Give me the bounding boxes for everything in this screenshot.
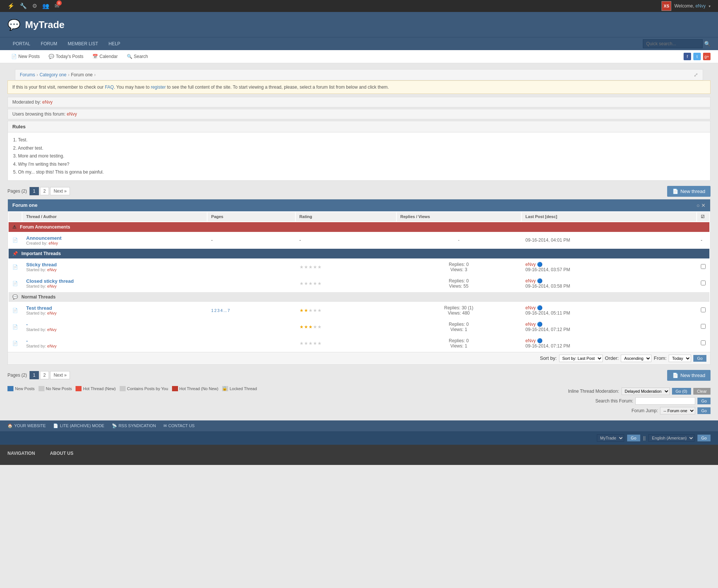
- dash2-checkbox[interactable]: [701, 340, 706, 345]
- sticky-check[interactable]: [697, 259, 709, 275]
- test-page-7[interactable]: 7: [228, 308, 230, 313]
- legend-hot-new: Hot Thread (New): [76, 386, 116, 391]
- dash1-checkbox[interactable]: [701, 324, 706, 329]
- dash1-thread-row: 📄 - Started by: eNvy ★★★★★ Replies: 0 Vi…: [9, 319, 709, 335]
- search-forum-go-btn[interactable]: Go: [697, 398, 711, 404]
- test-page-4[interactable]: 4: [220, 308, 223, 313]
- search-btn[interactable]: 🔍 Search: [123, 52, 152, 61]
- test-page-2[interactable]: 2: [214, 308, 217, 313]
- test-checkbox[interactable]: [701, 307, 706, 312]
- page-1-bottom[interactable]: 1: [30, 371, 39, 379]
- sort-by-select[interactable]: Sort by: Last Post: [559, 355, 603, 362]
- from-select[interactable]: Today: [669, 355, 691, 362]
- dash1-author-link[interactable]: eNvy: [47, 327, 56, 332]
- new-thread-btn-top[interactable]: 📄 New thread: [667, 186, 711, 197]
- inline-mod-go-btn[interactable]: Go (0): [672, 388, 691, 395]
- lightning-icon[interactable]: ⚡: [7, 3, 15, 9]
- pagination-top: Pages (2) 1 2 Next » 📄 New thread: [7, 184, 711, 199]
- announcement-thread-title[interactable]: Announcement: [26, 235, 203, 241]
- user-dropdown-arrow[interactable]: ▾: [709, 4, 711, 8]
- sticky-last-user[interactable]: eNvy: [525, 262, 536, 267]
- dash2-author-link[interactable]: eNvy: [47, 344, 56, 348]
- settings-icon[interactable]: ✕: [701, 202, 706, 208]
- announcement-thread-row: 📄 Announcement Created by: eNvy - - - 09…: [9, 233, 709, 248]
- test-thread-title[interactable]: Test thread: [26, 305, 203, 311]
- footer-rss[interactable]: 📡 RSS SYNDICATION: [112, 423, 156, 428]
- page-2-bottom[interactable]: 2: [40, 371, 49, 379]
- site-title[interactable]: MyTrade: [25, 19, 65, 31]
- todays-posts-btn[interactable]: 💬 Today's Posts: [45, 52, 87, 61]
- dash2-check[interactable]: [697, 336, 709, 351]
- breadcrumb-category[interactable]: Category one: [40, 72, 67, 77]
- sticky-checkbox[interactable]: [701, 264, 706, 269]
- footer-contact[interactable]: ✉ CONTACT US: [163, 423, 195, 428]
- avatar[interactable]: XS: [662, 1, 671, 11]
- moderator-link[interactable]: eNvy: [42, 99, 52, 105]
- lang-select[interactable]: English (American): [648, 434, 694, 442]
- announcement-author-link[interactable]: eNvy: [49, 241, 58, 245]
- browsing-user-link[interactable]: eNvy: [67, 111, 77, 117]
- forum-jump-go-btn[interactable]: Go: [697, 407, 711, 414]
- closed-sticky-title[interactable]: Closed sticky thread: [26, 278, 203, 284]
- forum-jump-select[interactable]: -- Forum one: [660, 407, 695, 414]
- order-select[interactable]: Ascending: [621, 355, 651, 362]
- users-icon[interactable]: 👥: [42, 3, 49, 9]
- sort-go-btn[interactable]: Go: [693, 355, 706, 362]
- facebook-icon[interactable]: f: [684, 53, 691, 60]
- next-top[interactable]: Next »: [50, 187, 70, 195]
- closed-sticky-check[interactable]: [697, 276, 709, 291]
- register-link[interactable]: register: [151, 85, 166, 90]
- footer-your-website[interactable]: 🏠 YOUR WEBSITE: [7, 423, 46, 428]
- lang-go-btn[interactable]: Go: [697, 435, 711, 441]
- inline-mod-select[interactable]: Delayed Moderation: [622, 388, 670, 395]
- contains-legend-icon: [120, 386, 126, 391]
- dash1-last-user[interactable]: eNvy: [525, 322, 536, 327]
- closed-sticky-thread-row: 📄 Closed sticky thread Started by: eNvy …: [9, 276, 709, 291]
- collapse-icon[interactable]: ○: [697, 202, 700, 208]
- faq-link[interactable]: FAQ: [105, 85, 114, 90]
- sticky-thread-title[interactable]: Sticky thread: [26, 262, 203, 267]
- closed-sticky-last-user[interactable]: eNvy: [525, 278, 536, 284]
- dash2-thread-title[interactable]: -: [26, 338, 203, 344]
- test-page-1[interactable]: 1: [211, 308, 214, 313]
- test-page-3[interactable]: 3: [217, 308, 220, 313]
- mail-icon[interactable]: ✉ 0: [55, 3, 59, 9]
- dash1-check[interactable]: [697, 319, 709, 335]
- closed-sticky-checkbox[interactable]: [701, 281, 706, 285]
- rules-body: 1. Test. 2. Another test. 3. More and mo…: [8, 132, 710, 180]
- sticky-author-link[interactable]: eNvy: [47, 267, 56, 272]
- nav-help[interactable]: HELP: [103, 37, 125, 50]
- sticky-thread-icon: 📄: [9, 259, 22, 275]
- test-check[interactable]: [697, 303, 709, 318]
- test-last-user[interactable]: eNvy: [525, 305, 536, 310]
- breadcrumb-forums[interactable]: Forums: [20, 72, 35, 77]
- search-button[interactable]: 🔍: [704, 41, 711, 47]
- page-2-top[interactable]: 2: [40, 187, 49, 195]
- calendar-btn[interactable]: 📅 Calendar: [89, 52, 122, 61]
- nav-forum[interactable]: FORUM: [36, 37, 62, 50]
- test-author-link[interactable]: eNvy: [47, 311, 56, 315]
- search-input[interactable]: [643, 39, 703, 48]
- twitter-icon[interactable]: t: [693, 53, 701, 60]
- inline-mod-clear-btn[interactable]: Clear: [693, 388, 711, 395]
- nav-memberlist[interactable]: MEMBER LIST: [62, 37, 103, 50]
- new-thread-btn-bottom[interactable]: 📄 New thread: [667, 370, 711, 381]
- new-posts-btn[interactable]: 📄 New Posts: [7, 52, 43, 61]
- nav-portal[interactable]: PORTAL: [7, 37, 36, 50]
- site-select[interactable]: MyTrade: [597, 434, 624, 442]
- gear-icon[interactable]: ⚙: [32, 3, 37, 9]
- next-bottom[interactable]: Next »: [50, 371, 70, 379]
- site-go-btn[interactable]: Go: [627, 435, 640, 441]
- googleplus-icon[interactable]: g+: [703, 53, 711, 60]
- wrench-icon[interactable]: 🔧: [20, 3, 27, 9]
- legend-items: New Posts No New Posts Hot Thread (New) …: [7, 386, 257, 391]
- th-check: ☑: [697, 212, 709, 221]
- dash1-thread-title[interactable]: -: [26, 322, 203, 327]
- expand-icon[interactable]: ⤢: [694, 72, 698, 78]
- search-forum-input[interactable]: [635, 397, 695, 405]
- page-1-top[interactable]: 1: [30, 187, 39, 195]
- closed-sticky-author-link[interactable]: eNvy: [47, 284, 56, 288]
- footer-lite-mode[interactable]: 📄 LITE (ARCHIVE) MODE: [53, 423, 104, 428]
- dash2-last-user[interactable]: eNvy: [525, 338, 536, 343]
- footer-separator: ||: [643, 435, 646, 441]
